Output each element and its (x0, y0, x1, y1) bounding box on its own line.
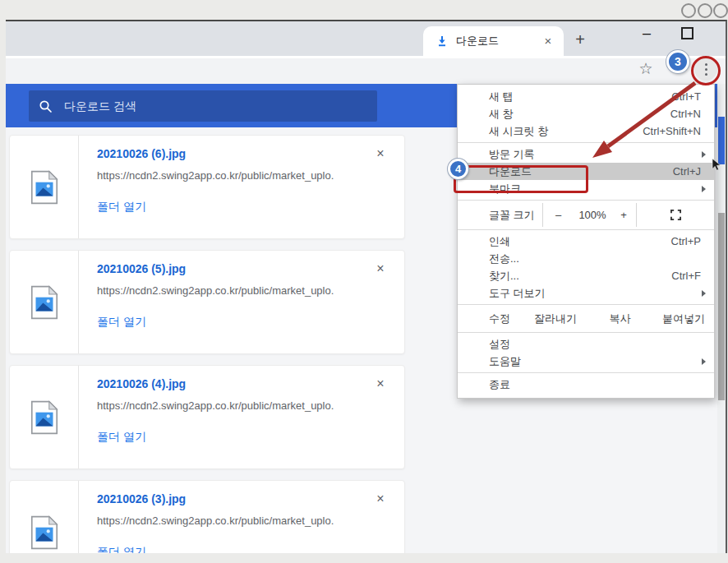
zoom-out-button[interactable]: – (543, 209, 574, 221)
menu-item-new-tab[interactable]: 새 탭 Ctrl+T (458, 88, 714, 105)
screenshot-root: 다운로드 × + – × ☆ (0, 0, 728, 563)
tab-strip: 다운로드 × + – × (6, 21, 726, 56)
download-card: 20210026 (3).jpg × https://ncdn2.swing2a… (9, 480, 405, 553)
submenu-arrow-icon (702, 186, 706, 192)
browser-app-menu: 새 탭 Ctrl+T 새 창 Ctrl+N 새 시크릿 창 Ctrl+Shift… (457, 84, 715, 399)
file-icon-column (10, 366, 79, 468)
menu-item-shortcut: Ctrl+J (673, 163, 701, 180)
remove-download-icon[interactable]: × (373, 377, 388, 392)
menu-separator (458, 142, 714, 143)
fullscreen-icon (670, 210, 681, 220)
file-icon-column (10, 136, 79, 238)
search-input[interactable] (64, 99, 367, 113)
downloads-item-highlight-box (454, 165, 588, 193)
file-url: https://ncdn2.swing2app.co.kr/public/mar… (97, 169, 391, 182)
page-scrollbar[interactable] (717, 84, 726, 553)
menu-item-shortcut: Ctrl+F (671, 267, 701, 284)
open-folder-link[interactable]: 폴더 열기 (97, 545, 146, 553)
browser-toolbar: ☆ (6, 56, 726, 84)
file-url: https://ncdn2.swing2app.co.kr/public/mar… (97, 399, 391, 412)
new-tab-button[interactable]: + (571, 31, 589, 49)
menu-item-shortcut: Ctrl+P (671, 233, 701, 250)
search-icon (39, 99, 53, 113)
menu-item-print[interactable]: 인쇄 Ctrl+P (458, 233, 714, 250)
submenu-arrow-icon (702, 290, 706, 297)
scrollbar-thumb[interactable] (718, 213, 725, 400)
filename-link[interactable]: 20210026 (6).jpg (97, 147, 373, 160)
filename-link[interactable]: 20210026 (3).jpg (97, 492, 373, 505)
menu-item-cast[interactable]: 전송... (458, 250, 714, 267)
menu-separator (458, 304, 714, 305)
remove-download-icon[interactable]: × (373, 147, 388, 162)
image-file-icon (30, 285, 58, 320)
tab-downloads[interactable]: 다운로드 × (423, 26, 564, 56)
menu-item-shortcut: Ctrl+Shift+N (643, 122, 701, 140)
menu-item-label: 설정 (489, 335, 701, 353)
menu-item-label: 새 시크릿 창 (489, 122, 643, 140)
download-card: 20210026 (6).jpg × https://ncdn2.swing2a… (9, 135, 405, 239)
card-body: 20210026 (5).jpg × https://ncdn2.swing2a… (79, 251, 404, 353)
download-card: 20210026 (4).jpg × https://ncdn2.swing2a… (9, 365, 405, 469)
open-folder-link[interactable]: 폴더 열기 (97, 315, 146, 330)
copy-button[interactable]: 복사 (587, 307, 652, 330)
filename-link[interactable]: 20210026 (5).jpg (97, 262, 373, 275)
menu-item-new-window[interactable]: 새 창 Ctrl+N (458, 105, 714, 122)
remove-download-icon[interactable]: × (373, 262, 388, 277)
menu-item-exit[interactable]: 종료 (458, 376, 714, 393)
menu-item-shortcut: Ctrl+T (671, 88, 701, 105)
file-icon-column (10, 251, 79, 353)
menu-item-label: 도움말 (489, 353, 701, 370)
close-button[interactable]: × (720, 25, 727, 44)
image-file-icon (30, 515, 58, 550)
decoration-dot-cyan (698, 3, 712, 18)
font-size-label: 글꼴 크기 (458, 208, 542, 223)
menu-item-help[interactable]: 도움말 (458, 353, 714, 370)
download-card: 20210026 (5).jpg × https://ncdn2.swing2a… (9, 250, 405, 354)
image-file-icon (30, 170, 58, 205)
menu-item-label: 종료 (489, 376, 701, 393)
submenu-arrow-icon (702, 358, 706, 365)
downloads-searchbox[interactable] (29, 90, 377, 122)
maximize-button[interactable] (681, 27, 693, 39)
open-folder-link[interactable]: 폴더 열기 (97, 200, 146, 215)
zoom-level: 100% (574, 209, 611, 221)
menu-separator (458, 200, 714, 201)
menu-separator (458, 332, 714, 333)
decoration-dot-pink (713, 3, 728, 18)
minimize-button[interactable]: – (638, 25, 655, 44)
file-url: https://ncdn2.swing2app.co.kr/public/mar… (97, 515, 391, 527)
zoom-in-button[interactable]: + (611, 209, 636, 221)
bookmark-star-icon[interactable]: ☆ (637, 59, 655, 79)
step-4-badge: 4 (448, 159, 468, 179)
remove-download-icon[interactable]: × (373, 492, 388, 507)
scrollbar-thumb-blue[interactable] (718, 117, 725, 164)
image-file-icon (30, 400, 58, 435)
menu-item-label: 인쇄 (489, 233, 671, 250)
card-body: 20210026 (3).jpg × https://ncdn2.swing2a… (79, 481, 404, 553)
edit-label: 수정 (458, 307, 523, 330)
menu-button-highlight-circle (691, 56, 721, 85)
fullscreen-button[interactable] (637, 210, 714, 220)
tab-close-icon[interactable]: × (541, 34, 555, 48)
menu-item-find[interactable]: 찾기... Ctrl+F (458, 267, 714, 284)
decoration-dot-yellow (681, 3, 696, 18)
menu-separator (458, 372, 714, 373)
menu-item-new-incognito[interactable]: 새 시크릿 창 Ctrl+Shift+N (458, 122, 714, 140)
menu-item-label: 전송... (489, 250, 701, 267)
file-url: https://ncdn2.swing2app.co.kr/public/mar… (97, 284, 391, 297)
menu-item-label: 찾기... (489, 267, 671, 284)
tab-title: 다운로드 (456, 34, 541, 48)
menu-item-shortcut: Ctrl+N (670, 105, 701, 122)
download-favicon-icon (436, 35, 448, 47)
card-body: 20210026 (6).jpg × https://ncdn2.swing2a… (79, 136, 404, 238)
open-folder-link[interactable]: 폴더 열기 (97, 430, 146, 445)
filename-link[interactable]: 20210026 (4).jpg (97, 377, 373, 390)
menu-item-more-tools[interactable]: 도구 더보기 (458, 284, 714, 302)
menu-item-font-size: 글꼴 크기–100%+ (458, 203, 714, 227)
menu-item-settings[interactable]: 설정 (458, 335, 714, 353)
paste-button[interactable]: 붙여넣기 (652, 307, 715, 330)
cut-button[interactable]: 잘라내기 (523, 307, 587, 330)
menu-item-label: 도구 더보기 (489, 284, 701, 302)
menu-item-label: 방문 기록 (489, 145, 701, 163)
menu-item-history[interactable]: 방문 기록 (458, 145, 714, 163)
